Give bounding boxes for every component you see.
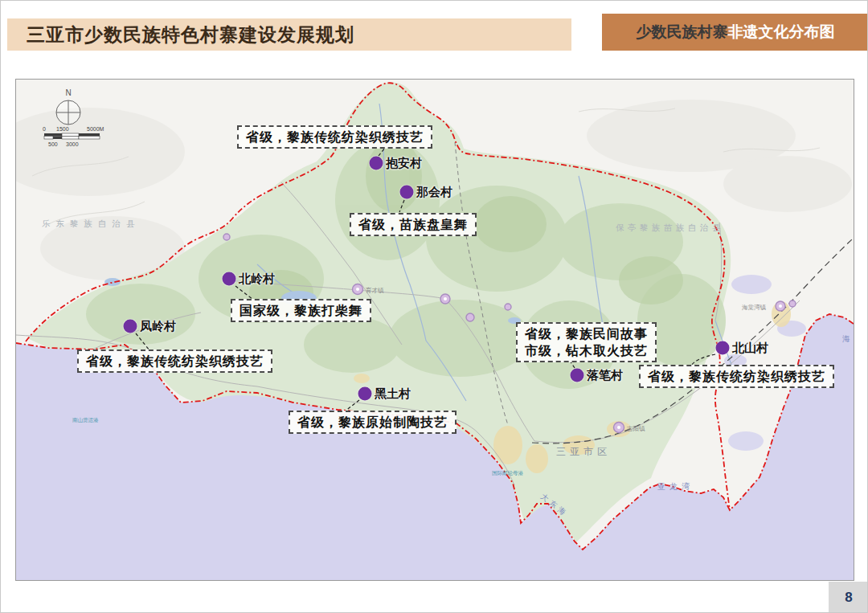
- village-dot-baoan: [370, 157, 383, 170]
- village-dot-nahui: [400, 186, 414, 199]
- nanshan-port-label: 南山货运港: [72, 417, 99, 423]
- sanya-urban-label: 三亚市区: [556, 446, 611, 457]
- heritage-tag-luobi-line1: 省级，黎族民间故事: [525, 325, 648, 342]
- heritage-tag-fengling: 省级，黎族传统纺染织绣技艺: [77, 349, 272, 373]
- compass-north-label: N: [65, 88, 71, 97]
- village-name-fengling: 凤岭村: [140, 318, 176, 334]
- slide: 三亚市少数民族特色村寨建设发展规划 少数民族村寨非遗文化分布图: [0, 0, 868, 613]
- haitangwan-town-label: 海棠湾镇: [742, 304, 767, 311]
- jiyang-town-label: 吉阳镇: [627, 425, 645, 432]
- page-number: 8: [829, 582, 868, 613]
- scale-label-3000: 3000: [66, 141, 79, 147]
- heritage-tag-heitu: 省级，黎族原始制陶技艺: [289, 411, 457, 434]
- village-name-nahui: 那会村: [416, 184, 452, 200]
- baoting-county-label: 保亭黎族苗族自治县: [616, 223, 724, 232]
- village-name-beiling: 北岭村: [239, 271, 275, 287]
- heritage-tag-baoan: 省级，黎族传统纺染织绣技艺: [237, 125, 432, 149]
- scale-label-0: 0: [43, 126, 46, 132]
- cruise-port-label: 国际邮轮母港: [492, 470, 524, 476]
- heritage-tag-luobi-line2: 市级，钻木取火技艺: [525, 342, 648, 359]
- village-dot-beiling: [223, 272, 236, 286]
- scale-label-5000: 5000M: [87, 126, 104, 132]
- heritage-tag-beiling: 国家级，黎族打柴舞: [231, 299, 371, 322]
- heritage-tag-beishan: 省级，黎族传统纺染织绣技艺: [639, 365, 834, 388]
- village-dot-luobi: [571, 369, 584, 382]
- village-dot-fengling: [124, 320, 137, 333]
- village-name-heitu: 黑土村: [375, 386, 411, 402]
- map-panel: 乐东黎族自治县 保亭黎族苗族自治县 三亚市区 亚龙湾 大东海 海 育才镇 吉阳镇…: [15, 79, 854, 581]
- village-dot-beishan: [716, 341, 730, 355]
- yalong-bay-label: 亚龙湾: [657, 482, 694, 491]
- page-title: 三亚市少数民族特色村寨建设发展规划: [27, 22, 354, 47]
- village-name-baoan: 抱安村: [386, 155, 422, 171]
- heritage-tag-luobi: 省级，黎族民间故事 市级，钻木取火技艺: [516, 322, 657, 362]
- scale-label-500: 500: [48, 141, 58, 147]
- village-dot-heitu: [358, 387, 372, 401]
- village-name-beishan: 北山村: [732, 340, 768, 356]
- yucai-town-label: 育才镇: [366, 287, 384, 294]
- header-right-band: 少数民族村寨非遗文化分布图: [602, 14, 868, 51]
- map-title-highlight: 非遗文化分布图: [728, 22, 835, 43]
- village-name-luobi: 落笔村: [587, 367, 623, 383]
- header-left-band: 三亚市少数民族特色村寨建设发展规划: [7, 18, 571, 51]
- sea-label: 海: [842, 334, 850, 343]
- heritage-tag-nahui: 省级，苗族盘皇舞: [350, 213, 477, 236]
- ledong-county-label: 乐东黎族自治县: [42, 219, 141, 228]
- map-title-prefix: 少数民族村寨: [637, 22, 728, 43]
- compass-rose: N: [56, 88, 80, 125]
- scale-label-1500: 1500: [56, 126, 69, 132]
